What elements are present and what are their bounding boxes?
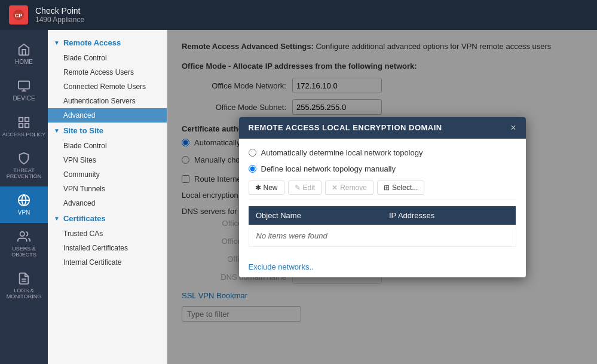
modal-col2-header: IP Addresses xyxy=(382,206,516,225)
site-to-site-label: Site to Site xyxy=(63,126,103,135)
grid-icon: ⊞ xyxy=(384,183,390,192)
x-icon: ✕ xyxy=(332,183,338,192)
sidebar-item-blade-control-sts[interactable]: Blade Control xyxy=(48,139,167,153)
sidenav-users-label: USERS & OBJECTS xyxy=(0,246,48,258)
sidenav-threat-label: THREAT PREVENTION xyxy=(0,167,48,179)
sidebar-item-installed-certs[interactable]: Installed Certificates xyxy=(48,241,167,255)
modal-select-label: Select... xyxy=(392,183,418,192)
topology-radio1-label: Automatically determine local network to… xyxy=(261,148,423,157)
sidenav-users[interactable]: USERS & OBJECTS xyxy=(0,223,48,265)
topology-radio2-label: Define local network topology manually xyxy=(261,164,396,173)
certificates-arrow: ▼ xyxy=(54,215,60,222)
sidebar-item-vpn-sites[interactable]: VPN Sites xyxy=(48,153,167,167)
sidebar-item-vpn-tunnels[interactable]: VPN Tunnels xyxy=(48,182,167,196)
sidenav-vpn-label: VPN xyxy=(18,209,30,216)
sidenav-device[interactable]: DEVICE xyxy=(0,72,48,109)
site-to-site-arrow: ▼ xyxy=(54,127,60,134)
sidenav: HOME DEVICE ACCESS POLICY THREAT PREVENT… xyxy=(0,30,48,364)
sidebar-item-remote-access-users[interactable]: Remote Access Users xyxy=(48,65,167,79)
sidebar-item-community[interactable]: Community xyxy=(48,167,167,182)
sidenav-home-label: HOME xyxy=(15,59,33,65)
pencil-icon: ✎ xyxy=(295,183,301,192)
topology-radio2[interactable] xyxy=(249,165,256,173)
sidenav-device-label: DEVICE xyxy=(13,95,35,102)
sidebar-tree: ▼ Remote Access Blade Control Remote Acc… xyxy=(48,30,167,364)
svg-point-10 xyxy=(20,232,25,236)
modal-select-button[interactable]: ⊞ Select... xyxy=(377,181,424,195)
svg-text:CP: CP xyxy=(15,13,23,19)
modal-header: REMOTE ACCESS LOCAL ENCRYPTION DOMAIN × xyxy=(239,117,526,139)
modal-overlay: REMOTE ACCESS LOCAL ENCRYPTION DOMAIN × … xyxy=(167,30,597,364)
remote-access-label: Remote Access xyxy=(63,38,121,47)
sidenav-logs[interactable]: LOGS & MONITORING xyxy=(0,265,48,307)
sidenav-vpn[interactable]: VPN xyxy=(0,186,48,223)
topology-radio1[interactable] xyxy=(249,149,256,157)
sidebar-section-certificates[interactable]: ▼ Certificates xyxy=(48,210,167,227)
modal-new-label: New xyxy=(264,183,278,192)
svg-rect-8 xyxy=(25,124,29,127)
sidenav-access-label: ACCESS POLICY xyxy=(2,131,46,137)
modal-edit-label: Edit xyxy=(303,183,316,192)
sidebar-section-remote-access[interactable]: ▼ Remote Access xyxy=(48,35,167,51)
sidenav-logs-label: LOGS & MONITORING xyxy=(0,287,48,299)
sidebar-item-blade-control-ra[interactable]: Blade Control xyxy=(48,51,167,65)
app-logo: CP xyxy=(9,5,28,25)
modal-col1-header: Object Name xyxy=(249,206,382,225)
sidebar-item-connected-remote-users[interactable]: Connected Remote Users xyxy=(48,79,167,94)
sidenav-threat[interactable]: THREAT PREVENTION xyxy=(0,145,48,186)
topbar: CP Check Point 1490 Appliance xyxy=(0,0,597,30)
modal-dialog: REMOTE ACCESS LOCAL ENCRYPTION DOMAIN × … xyxy=(239,117,526,277)
modal-radio1-row: Automatically determine local network to… xyxy=(249,148,516,157)
app-title: Check Point xyxy=(35,6,84,16)
modal-edit-button[interactable]: ✎ Edit xyxy=(288,181,322,195)
app-subtitle: 1490 Appliance xyxy=(35,16,84,24)
certificates-label: Certificates xyxy=(63,214,106,223)
sidebar-item-advanced-ra[interactable]: Advanced xyxy=(48,108,167,123)
modal-close-button[interactable]: × xyxy=(510,123,516,133)
svg-rect-2 xyxy=(19,81,29,89)
modal-table: Object Name IP Addresses No items were f… xyxy=(249,206,516,247)
sidebar-section-site-to-site[interactable]: ▼ Site to Site xyxy=(48,123,167,139)
modal-remove-button[interactable]: ✕ Remove xyxy=(325,181,373,195)
sidenav-home[interactable]: HOME xyxy=(0,36,48,72)
sidenav-access-policy[interactable]: ACCESS POLICY xyxy=(0,109,48,145)
sidebar-item-internal-cert[interactable]: Internal Certificate xyxy=(48,255,167,270)
asterisk-icon: ✱ xyxy=(255,183,261,192)
modal-empty-row: No items were found xyxy=(249,225,516,246)
sidebar-item-trusted-cas[interactable]: Trusted CAs xyxy=(48,227,167,241)
sidebar-item-advanced-sts[interactable]: Advanced xyxy=(48,196,167,210)
modal-footer: Exclude networks.. xyxy=(239,256,526,277)
svg-rect-6 xyxy=(25,118,29,121)
svg-rect-7 xyxy=(19,124,23,127)
modal-toolbar: ✱ New ✎ Edit ✕ Remove ⊞ xyxy=(249,181,516,200)
modal-empty-message: No items were found xyxy=(249,225,516,246)
sidebar-item-auth-servers[interactable]: Authentication Servers xyxy=(48,94,167,108)
modal-remove-label: Remove xyxy=(340,183,367,192)
content-area: Remote Access Advanced Settings: Configu… xyxy=(167,30,597,364)
modal-new-button[interactable]: ✱ New xyxy=(249,181,284,195)
modal-title: REMOTE ACCESS LOCAL ENCRYPTION DOMAIN xyxy=(249,123,442,132)
svg-rect-5 xyxy=(19,118,23,121)
remote-access-arrow: ▼ xyxy=(54,39,60,46)
modal-radio2-row: Define local network topology manually xyxy=(249,164,516,173)
modal-body: Automatically determine local network to… xyxy=(239,139,526,256)
exclude-networks-link[interactable]: Exclude networks.. xyxy=(249,262,314,271)
